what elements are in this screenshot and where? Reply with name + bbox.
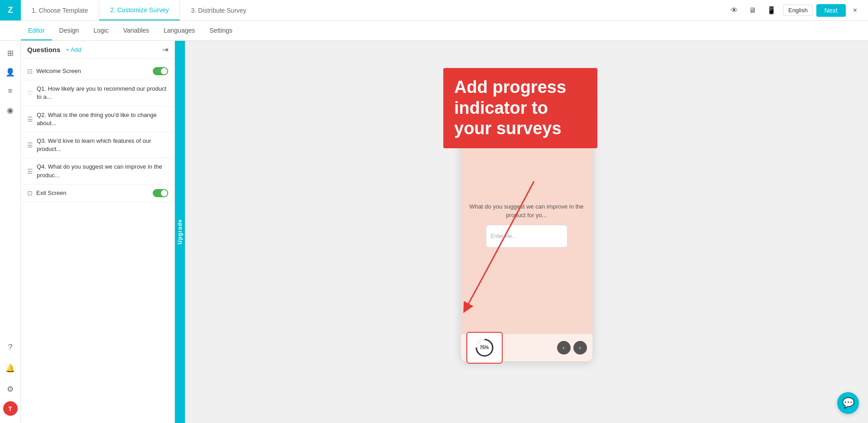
steps-nav: 1. Choose Template 2. Customize Survey 3… [21,0,720,20]
next-button[interactable]: Next [816,4,846,17]
left-nav-settings[interactable]: ⚙ [2,380,19,398]
preview-icon-btn[interactable]: 👁 [727,5,742,16]
step-1-label: 1. Choose Template [32,7,88,14]
questions-title: Questions [27,46,60,53]
collapse-panel-button[interactable]: ⇥ [162,45,168,54]
step-customize-survey[interactable]: 2. Customize Survey [99,0,180,20]
question-list: ⊡ Welcome Screen ♡ Q1. How likely are yo… [21,59,175,423]
bottom-next-btn[interactable]: › [573,341,587,355]
main-layout: ⊞ 👤 ≡ ◉ ? 🔔 ⚙ T Questions + Add ⇥ ⊡ Welc… [0,41,868,423]
left-nav-help[interactable]: ? [2,339,19,356]
bottom-prev-btn[interactable]: ‹ [557,341,571,355]
phone-content-area: What do you suggest we can improve in th… [461,121,592,330]
q4-icon: ☰ [27,168,33,175]
tab-logic[interactable]: Logic [86,21,116,40]
left-nav-grid[interactable]: ⊞ [2,44,19,62]
left-nav-list[interactable]: ≡ [2,83,19,100]
phone-question-text: What do you suggest we can improve in th… [468,203,585,219]
progress-indicator-box: 75% [466,332,503,364]
tab-editor[interactable]: Editor [21,21,52,40]
user-avatar[interactable]: T [3,401,18,416]
top-nav-right: 👁 🖥 📱 English Next × [720,0,868,20]
close-button[interactable]: × [849,5,861,16]
left-nav-group[interactable]: ◉ [2,102,19,119]
tooltip-overlay: Add progress indicator to your surveys [443,68,597,148]
upgrade-sidebar[interactable]: Upgrade [175,41,185,423]
welcome-screen-toggle[interactable] [153,67,168,75]
phone-input-placeholder: Enter He... [491,233,517,239]
mobile-icon-btn[interactable]: 📱 [763,4,780,16]
q1-icon: ♡ [27,89,33,97]
progress-circle: 75% [475,338,495,358]
step-3-label: 3. Distribute Survey [191,7,246,14]
tab-variables[interactable]: Variables [116,21,156,40]
step-distribute-survey[interactable]: 3. Distribute Survey [180,0,720,20]
chat-icon: 💬 [842,397,854,409]
step-2-label: 2. Customize Survey [110,6,169,14]
list-item-q3[interactable]: ☰ Q3. We'd love to learn which features … [21,132,175,158]
app-logo: Z [8,5,13,15]
list-item-welcome-screen[interactable]: ⊡ Welcome Screen [21,63,175,80]
left-nav-user[interactable]: 👤 [2,63,19,81]
desktop-icon-btn[interactable]: 🖥 [745,5,760,16]
questions-header: Questions + Add ⇥ [21,41,175,59]
top-nav: Z 1. Choose Template 2. Customize Survey… [0,0,868,21]
main-content: ⚙ ‹ › What do you suggest we can improve… [185,41,868,423]
questions-panel: Questions + Add ⇥ ⊡ Welcome Screen ♡ Q1.… [21,41,175,423]
tab-languages[interactable]: Languages [156,21,202,40]
welcome-icon: ⊡ [27,68,33,75]
step-choose-template[interactable]: 1. Choose Template [21,0,99,20]
chat-bubble[interactable]: 💬 [837,392,859,414]
exit-icon: ⊡ [27,190,33,197]
add-question-button[interactable]: + Add [66,46,81,53]
language-button[interactable]: English [783,5,813,16]
q3-label: Q3. We'd love to learn which features of… [37,137,168,153]
phone-bottom-bar: 75% ‹ › [461,334,592,361]
q2-icon: ☰ [27,116,33,123]
tab-settings[interactable]: Settings [202,21,240,40]
exit-screen-toggle[interactable] [153,189,168,197]
progress-label: 75% [480,345,489,350]
q4-label: Q4. What do you suggest we can improve i… [37,163,168,179]
q1-label: Q1. How likely are you to recommend our … [37,85,168,101]
list-item-q1[interactable]: ♡ Q1. How likely are you to recommend ou… [21,80,175,106]
upgrade-label: Upgrade [177,219,183,245]
left-nav-bell[interactable]: 🔔 [2,360,19,377]
bottom-nav-arrows: ‹ › [557,341,587,355]
phone-input-box[interactable]: Enter He... [486,225,567,248]
list-item-q4[interactable]: ☰ Q4. What do you suggest we can improve… [21,158,175,184]
list-item-q2[interactable]: ☰ Q2. What is the one thing you'd like t… [21,107,175,132]
second-toolbar: Editor Design Logic Variables Languages … [0,21,868,41]
tab-design[interactable]: Design [52,21,87,40]
q2-label: Q2. What is the one thing you'd like to … [37,111,168,127]
list-item-exit-screen[interactable]: ⊡ Exit Screen [21,185,175,202]
left-nav: ⊞ 👤 ≡ ◉ ? 🔔 ⚙ T [0,41,21,423]
logo-area: Z [0,0,21,20]
tooltip-text: Add progress indicator to your surveys [454,78,566,138]
exit-screen-label: Exit Screen [36,189,149,197]
welcome-screen-label: Welcome Screen [36,67,149,75]
q3-icon: ☰ [27,141,33,149]
